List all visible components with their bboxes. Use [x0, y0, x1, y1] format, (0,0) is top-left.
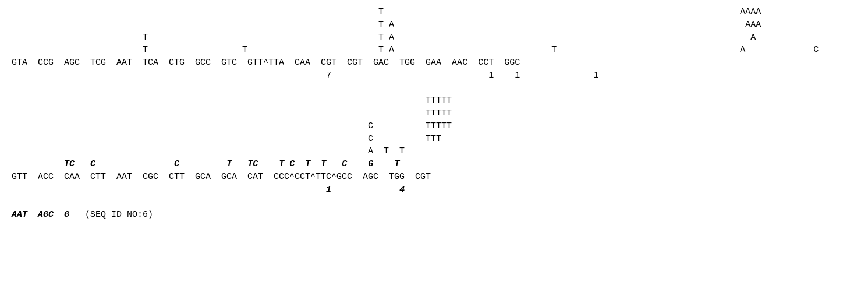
line11: A T T [12, 146, 405, 156]
line2: T A AAA [12, 20, 761, 30]
line7: TTTTT [12, 96, 452, 105]
sequence-content: T AAAA T A [12, 6, 856, 221]
line5-nums: 7 1 1 1 [12, 71, 598, 80]
line12-bold: TC C C T TC T C T T C G T [12, 159, 399, 169]
line4: T T T A T A C [12, 45, 819, 55]
line8: TTTTT [12, 108, 452, 118]
line9: C TTTTT [12, 121, 452, 131]
sequence-display: T AAAA T A [0, 0, 868, 299]
line1: T AAAA [12, 7, 761, 17]
line13-nums: 1 4 [12, 185, 405, 195]
line5-seq: GTA CCG AGC TCG AAT TCA CTG GCC GTC GTT^… [12, 58, 520, 68]
line10: C TTT [12, 134, 441, 144]
line13-seq: GTT ACC CAA CTT AAT CGC CTT GCA GCA CAT … [12, 172, 431, 182]
line3: T T A A [12, 33, 756, 43]
final-line: AAT AGC G (SEQ ID NO:6) [12, 210, 153, 220]
